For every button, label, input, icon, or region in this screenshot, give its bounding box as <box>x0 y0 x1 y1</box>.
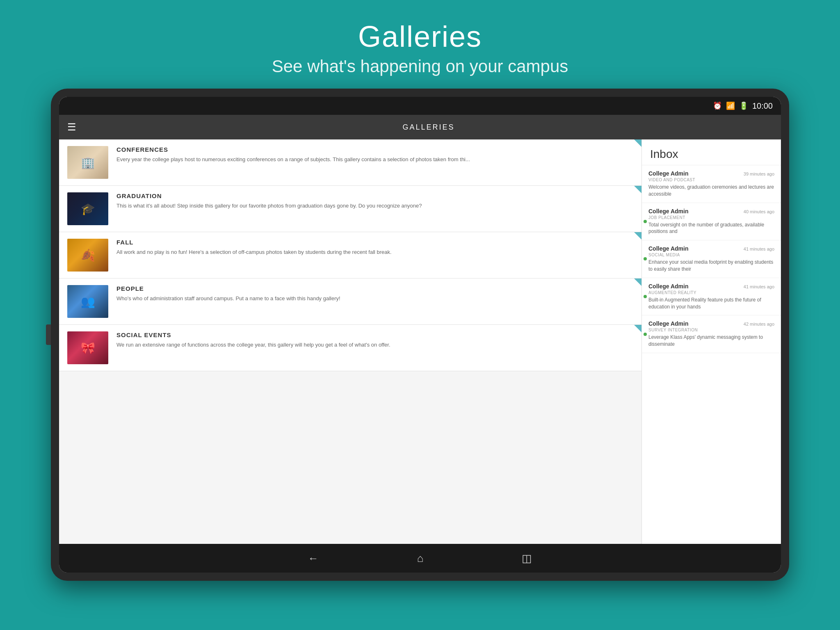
gallery-thumb-conferences: 🏢 <box>67 146 108 179</box>
inbox-preview-4: Leverage Klass Apps' dynamic messaging s… <box>648 334 774 348</box>
inbox-item-header-4: College Admin 42 minutes ago <box>648 320 774 327</box>
thumb-image-fall: 🍂 <box>67 239 108 272</box>
gallery-info-social-events: SOCIAL EVENTS We run an extensive range … <box>116 331 633 349</box>
item-arrow-graduation <box>634 186 641 193</box>
item-arrow-fall <box>634 232 641 240</box>
item-arrow-people <box>634 278 641 286</box>
inbox-item-header-2: College Admin 41 minutes ago <box>648 245 774 252</box>
battery-icon: 🔋 <box>739 101 748 110</box>
page-header: Galleries See what's happening on your c… <box>272 0 568 89</box>
gallery-info-fall: FALL All work and no play is no fun! Her… <box>116 239 633 256</box>
inbox-message-1[interactable]: College Admin 40 minutes ago JOB PLACEME… <box>642 203 781 241</box>
unread-indicator-2 <box>644 257 647 260</box>
inbox-message-3[interactable]: College Admin 41 minutes ago AUGMENTED R… <box>642 278 781 316</box>
gallery-name-conferences: CONFERENCES <box>116 146 633 153</box>
inbox-category-1: JOB PLACEMENT <box>648 215 774 220</box>
thumb-image-people: 👥 <box>67 285 108 318</box>
wifi-icon: 📶 <box>726 101 735 110</box>
inbox-item-header-0: College Admin 39 minutes ago <box>648 170 774 177</box>
gallery-thumb-fall: 🍂 <box>67 239 108 272</box>
inbox-sender-4: College Admin <box>648 320 689 327</box>
unread-indicator-4 <box>644 333 647 336</box>
gallery-item-social-events[interactable]: 🎀 SOCIAL EVENTS We run an extensive rang… <box>59 325 641 371</box>
inbox-sender-2: College Admin <box>648 245 689 252</box>
gallery-info-graduation: GRADUATION This is what it's all about! … <box>116 192 633 210</box>
inbox-category-2: SOCIAL MEDIA <box>648 253 774 257</box>
page-subtitle: See what's happening on your campus <box>272 57 568 76</box>
inbox-preview-0: Welcome videos, graduation ceremonies an… <box>648 184 774 198</box>
inbox-time-2: 41 minutes ago <box>744 247 774 251</box>
tablet-wrapper: ⏰ 📶 🔋 10:00 ☰ GALLERIES 🏢 CONFERENCES Ev… <box>51 89 789 581</box>
status-bar: ⏰ 📶 🔋 10:00 <box>59 97 781 115</box>
gallery-item-people[interactable]: 👥 PEOPLE Who's who of administration sta… <box>59 278 641 325</box>
app-bar-title: GALLERIES <box>84 123 773 132</box>
gallery-name-people: PEOPLE <box>116 285 633 292</box>
app-bar: ☰ GALLERIES <box>59 115 781 139</box>
inbox-header: Inbox <box>642 139 781 165</box>
inbox-time-3: 41 minutes ago <box>744 284 774 289</box>
gallery-list: 🏢 CONFERENCES Every year the college pla… <box>59 139 641 544</box>
inbox-category-4: SURVEY INTEGRATION <box>648 328 774 332</box>
gallery-thumb-social-events: 🎀 <box>67 331 108 364</box>
tablet-screen: ⏰ 📶 🔋 10:00 ☰ GALLERIES 🏢 CONFERENCES Ev… <box>59 97 781 573</box>
hamburger-menu[interactable]: ☰ <box>67 121 76 133</box>
inbox-title: Inbox <box>650 148 773 161</box>
gallery-desc-graduation: This is what it's all about! Step inside… <box>116 202 633 210</box>
inbox-item-header-3: College Admin 41 minutes ago <box>648 283 774 290</box>
thumb-image-social-events: 🎀 <box>67 331 108 364</box>
gallery-item-fall[interactable]: 🍂 FALL All work and no play is no fun! H… <box>59 232 641 278</box>
volume-button[interactable] <box>46 324 51 345</box>
inbox-panel: Inbox College Admin 39 minutes ago VIDEO… <box>641 139 781 544</box>
inbox-category-0: VIDEO AND PODCAST <box>648 178 774 182</box>
home-button[interactable]: ⌂ <box>417 552 424 565</box>
status-icons: ⏰ 📶 🔋 10:00 <box>713 101 773 111</box>
inbox-preview-3: Built-in Augmented Reality feature puts … <box>648 297 774 310</box>
gallery-thumb-graduation: 🎓 <box>67 192 108 225</box>
thumb-image-graduation: 🎓 <box>67 192 108 225</box>
content-area: 🏢 CONFERENCES Every year the college pla… <box>59 139 781 544</box>
inbox-sender-0: College Admin <box>648 170 689 177</box>
gallery-desc-social-events: We run an extensive range of functions a… <box>116 341 633 349</box>
inbox-time-1: 40 minutes ago <box>744 209 774 214</box>
gallery-desc-people: Who's who of administration staff around… <box>116 294 633 303</box>
gallery-info-conferences: CONFERENCES Every year the college plays… <box>116 146 633 164</box>
inbox-message-2[interactable]: College Admin 41 minutes ago SOCIAL MEDI… <box>642 240 781 278</box>
recents-button[interactable]: ◫ <box>522 552 532 565</box>
inbox-time-0: 39 minutes ago <box>744 171 774 176</box>
gallery-name-social-events: SOCIAL EVENTS <box>116 331 633 338</box>
thumb-image-conferences: 🏢 <box>67 146 108 179</box>
inbox-sender-1: College Admin <box>648 208 689 215</box>
inbox-message-0[interactable]: College Admin 39 minutes ago VIDEO AND P… <box>642 165 781 203</box>
inbox-message-4[interactable]: College Admin 42 minutes ago SURVEY INTE… <box>642 315 781 353</box>
unread-indicator-3 <box>644 295 647 298</box>
nav-bar: ← ⌂ ◫ <box>59 544 781 573</box>
item-arrow-conferences <box>634 139 641 147</box>
inbox-item-header-1: College Admin 40 minutes ago <box>648 208 774 215</box>
gallery-desc-conferences: Every year the college plays host to num… <box>116 155 633 164</box>
gallery-thumb-people: 👥 <box>67 285 108 318</box>
inbox-sender-3: College Admin <box>648 283 689 290</box>
back-button[interactable]: ← <box>308 552 319 565</box>
item-arrow-social-events <box>634 325 641 332</box>
inbox-time-4: 42 minutes ago <box>744 322 774 326</box>
inbox-category-3: AUGMENTED REALITY <box>648 290 774 295</box>
gallery-name-graduation: GRADUATION <box>116 192 633 199</box>
gallery-item-graduation[interactable]: 🎓 GRADUATION This is what it's all about… <box>59 186 641 232</box>
gallery-info-people: PEOPLE Who's who of administration staff… <box>116 285 633 303</box>
status-time: 10:00 <box>752 101 773 111</box>
unread-indicator-1 <box>644 220 647 223</box>
gallery-item-conferences[interactable]: 🏢 CONFERENCES Every year the college pla… <box>59 139 641 186</box>
inbox-messages: College Admin 39 minutes ago VIDEO AND P… <box>642 165 781 544</box>
alarm-icon: ⏰ <box>713 101 722 110</box>
inbox-preview-2: Enhance your social media footprint by e… <box>648 259 774 273</box>
inbox-preview-1: Total oversight on the number of graduat… <box>648 221 774 235</box>
gallery-name-fall: FALL <box>116 239 633 246</box>
gallery-desc-fall: All work and no play is no fun! Here's a… <box>116 248 633 256</box>
page-title: Galleries <box>272 20 568 53</box>
